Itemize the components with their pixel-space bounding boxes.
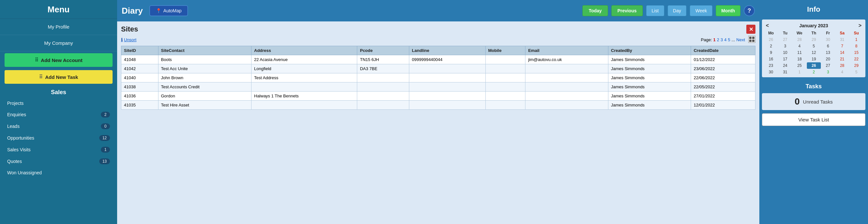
cal-day[interactable]: 9	[764, 49, 778, 56]
cal-prev-button[interactable]: <	[766, 23, 769, 29]
cal-day[interactable]: 18	[792, 56, 807, 62]
next-link[interactable]: Next	[736, 37, 745, 42]
table-row[interactable]: 41048Boots22 Acasia AvenueTN15 6JH099999…	[121, 55, 755, 64]
day-button[interactable]: Day	[668, 5, 687, 16]
month-button[interactable]: Month	[716, 5, 741, 16]
sidebar-item-leads[interactable]: Leads 0	[0, 120, 117, 132]
cal-next-button[interactable]: >	[859, 23, 862, 29]
cal-day[interactable]: 3	[821, 69, 835, 75]
cal-day[interactable]: 23	[764, 62, 778, 69]
cal-day[interactable]: 25	[792, 62, 807, 69]
today-button[interactable]: Today	[582, 5, 608, 16]
unsort-link[interactable]: ℹ Unsort	[121, 37, 136, 42]
cal-day[interactable]: 30	[821, 36, 835, 43]
week-button[interactable]: Week	[690, 5, 712, 16]
cal-day[interactable]: 28	[835, 62, 849, 69]
cal-day[interactable]: 2	[807, 69, 821, 75]
info-panel: Info < January 2023 > MoTuWeThFrSaSu 262…	[760, 0, 868, 224]
sidebar-item-quotes[interactable]: Quotes 13	[0, 155, 117, 167]
table-row[interactable]: 41042Test Acc UniteLongfieldDA3 7BEJames…	[121, 64, 755, 73]
cal-day[interactable]: 24	[778, 62, 793, 69]
previous-button[interactable]: Previous	[611, 5, 643, 16]
tasks-count-row: 0 Unread Tasks	[762, 93, 865, 110]
quotes-label: Quotes	[7, 159, 22, 164]
page-4-link[interactable]: 4	[724, 37, 726, 42]
help-button[interactable]: ?	[744, 5, 755, 16]
page-1-link[interactable]: 1	[713, 37, 715, 42]
cal-day[interactable]: 29	[807, 36, 821, 43]
table-row[interactable]: 41038Test Accounts CreditJames Simmonds2…	[121, 82, 755, 91]
grid-view-icon[interactable]	[748, 36, 755, 44]
table-row[interactable]: 41040John BrownTest AddressJames Simmond…	[121, 73, 755, 82]
add-new-task-button[interactable]: ⠿ Add New Task	[5, 70, 113, 84]
list-button[interactable]: List	[646, 5, 664, 16]
automap-button[interactable]: 📍 AutoMap	[149, 5, 188, 16]
sites-header-row: Sites ✕	[121, 25, 755, 34]
cal-day[interactable]: 1	[792, 69, 807, 75]
sidebar-item-opportunities[interactable]: Opportunities 12	[0, 132, 117, 144]
table-cell: 41040	[121, 73, 158, 82]
tasks-title: Tasks	[760, 79, 868, 92]
cal-day[interactable]: 28	[792, 36, 807, 43]
cal-day[interactable]: 11	[792, 49, 807, 56]
cal-day[interactable]: 27	[821, 62, 835, 69]
table-row[interactable]: 41035Test Hire AssetJames Simmonds12/01/…	[121, 101, 755, 110]
view-task-list-button[interactable]: View Task List	[762, 113, 865, 126]
cal-day[interactable]: 6	[821, 43, 835, 49]
cal-day[interactable]: 3	[778, 43, 793, 49]
cal-day[interactable]: 17	[778, 56, 793, 62]
sidebar-item-my-profile[interactable]: My Profile	[0, 19, 117, 35]
cal-day[interactable]: 27	[778, 36, 793, 43]
cal-day[interactable]: 10	[778, 49, 793, 56]
sidebar-item-won-unassigned[interactable]: Won Unassigned	[0, 167, 117, 178]
table-cell	[357, 91, 409, 101]
cal-day[interactable]: 8	[849, 43, 863, 49]
cal-day[interactable]: 1	[849, 36, 863, 43]
sidebar-item-enquiries[interactable]: Enquiries 2	[0, 109, 117, 120]
cal-day[interactable]: 31	[835, 36, 849, 43]
page-2-link[interactable]: 2	[717, 37, 719, 42]
page-5-link[interactable]: 5	[728, 37, 730, 42]
cal-day[interactable]: 14	[835, 49, 849, 56]
col-email: Email	[525, 46, 609, 55]
sidebar-item-my-company[interactable]: My Company	[0, 35, 117, 51]
page-3-link[interactable]: 3	[721, 37, 723, 42]
sidebar-item-projects[interactable]: Projects	[0, 98, 117, 109]
cal-day[interactable]: 5	[807, 43, 821, 49]
cal-day[interactable]: 7	[835, 43, 849, 49]
cal-day[interactable]: 20	[821, 56, 835, 62]
cal-day[interactable]: 12	[807, 49, 821, 56]
cal-day[interactable]: 15	[849, 49, 863, 56]
cal-day[interactable]: 13	[821, 49, 835, 56]
table-cell	[357, 101, 409, 110]
svg-rect-3	[752, 40, 754, 42]
cal-day[interactable]: 19	[807, 56, 821, 62]
cal-day[interactable]: 26	[764, 36, 778, 43]
table-cell: Test Address	[251, 73, 357, 82]
table-cell: 41038	[121, 82, 158, 91]
diary-header: Diary 📍 AutoMap Today Previous List Day …	[117, 0, 760, 22]
drag-handle-icon: ⠿	[39, 74, 42, 80]
cal-day[interactable]: 5	[849, 69, 863, 75]
cal-day[interactable]: 4	[792, 43, 807, 49]
cal-day[interactable]: 26	[807, 62, 821, 69]
cal-day[interactable]: 30	[764, 69, 778, 75]
cal-day[interactable]: 4	[835, 69, 849, 75]
sidebar-item-sales-visits[interactable]: Sales Visits 1	[0, 144, 117, 155]
cal-day[interactable]: 2	[764, 43, 778, 49]
table-cell: 41036	[121, 91, 158, 101]
cal-day[interactable]: 21	[835, 56, 849, 62]
sidebar-title: Menu	[0, 0, 117, 19]
cal-table: MoTuWeThFrSaSu 2627282930311234567891011…	[764, 30, 863, 75]
calendar: < January 2023 > MoTuWeThFrSaSu 26272829…	[762, 20, 865, 77]
table-row[interactable]: 41036GordonHalways 1 The BennetsJames Si…	[121, 91, 755, 101]
close-button[interactable]: ✕	[746, 25, 755, 34]
cal-day[interactable]: 29	[849, 62, 863, 69]
table-cell: James Simmonds	[609, 64, 691, 73]
cal-day[interactable]: 16	[764, 56, 778, 62]
cal-day[interactable]: 31	[778, 69, 793, 75]
sales-section-title: Sales	[0, 85, 117, 98]
add-new-account-button[interactable]: ⠿ Add New Account	[5, 53, 113, 67]
cal-day[interactable]: 22	[849, 56, 863, 62]
cal-day-header: We	[792, 30, 807, 36]
